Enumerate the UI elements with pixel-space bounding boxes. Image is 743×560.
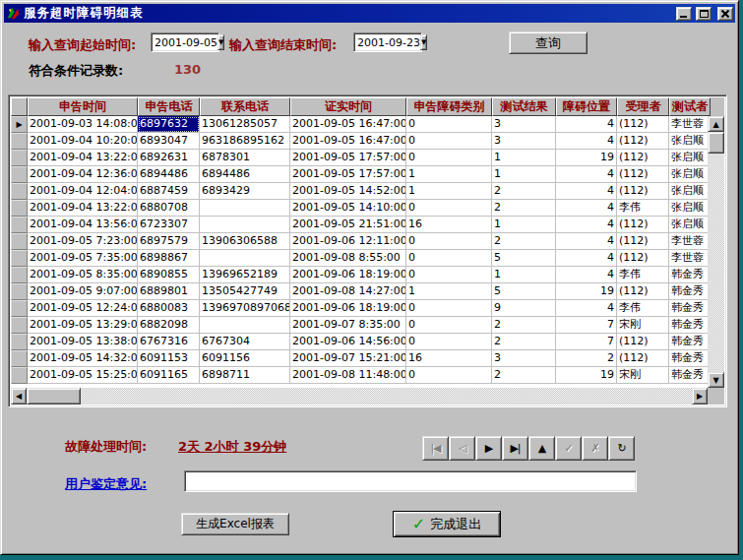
- grid-cell[interactable]: 0: [406, 300, 492, 317]
- grid-cell[interactable]: 李世蓉: [669, 250, 711, 267]
- grid-cell[interactable]: 13906306588: [200, 233, 290, 250]
- row-indicator[interactable]: [11, 317, 28, 334]
- grid-cell[interactable]: 6897632: [138, 116, 200, 133]
- grid-cell[interactable]: 李伟: [617, 300, 669, 317]
- grid-cell[interactable]: 0: [406, 317, 492, 334]
- grid-cell[interactable]: 9: [492, 300, 556, 317]
- grid-cell[interactable]: 1: [492, 217, 556, 233]
- grid-cell[interactable]: 6880708: [138, 200, 200, 217]
- end-date-dropdown-icon[interactable]: ▼: [420, 34, 427, 50]
- grid-cell[interactable]: 2001-09-05 16:47:00: [290, 133, 406, 150]
- grid-cell[interactable]: (112): [617, 250, 669, 267]
- grid-cell[interactable]: 李伟: [617, 267, 669, 283]
- row-indicator[interactable]: [11, 300, 28, 317]
- row-indicator[interactable]: [11, 166, 28, 183]
- grid-cell[interactable]: 宋刚: [617, 317, 669, 334]
- column-header[interactable]: 受理者: [617, 97, 669, 116]
- scroll-left-icon[interactable]: ◀: [11, 388, 27, 404]
- opinion-label[interactable]: 用户鉴定意见:: [65, 475, 147, 493]
- grid-cell[interactable]: (112): [617, 233, 669, 250]
- grid-cell[interactable]: 7: [556, 334, 617, 350]
- grid-cell[interactable]: 6882098: [138, 317, 200, 334]
- grid-cell[interactable]: [200, 317, 290, 334]
- grid-cell[interactable]: 1: [492, 150, 556, 166]
- grid-cell[interactable]: 19: [556, 367, 617, 384]
- grid-cell[interactable]: 0: [406, 200, 492, 217]
- grid-cell[interactable]: 4: [556, 133, 617, 150]
- grid-cell[interactable]: 2: [492, 367, 556, 384]
- grid-cell[interactable]: 2001-09-04 12:36:00: [28, 166, 138, 183]
- grid-cell[interactable]: 0: [406, 250, 492, 267]
- grid-cell[interactable]: 19: [556, 150, 617, 166]
- opinion-input[interactable]: [184, 470, 637, 492]
- horizontal-scrollbar[interactable]: ◀ ▶: [11, 388, 708, 404]
- row-indicator[interactable]: [11, 367, 28, 384]
- row-indicator[interactable]: [11, 334, 28, 350]
- grid-cell[interactable]: (112): [617, 166, 669, 183]
- grid-cell[interactable]: 2001-09-05 17:57:00: [290, 150, 406, 166]
- row-indicator[interactable]: [11, 200, 28, 217]
- grid-cell[interactable]: 韩金秀: [669, 334, 711, 350]
- finish-exit-button[interactable]: ✓ 完成退出: [393, 511, 501, 537]
- row-indicator[interactable]: [11, 217, 28, 233]
- grid-cell[interactable]: 2001-09-06 14:56:00: [290, 334, 406, 350]
- grid-cell[interactable]: 韩金秀: [669, 283, 711, 300]
- grid-cell[interactable]: 李伟: [617, 200, 669, 217]
- grid-cell[interactable]: 2: [492, 200, 556, 217]
- row-indicator[interactable]: [11, 133, 28, 150]
- grid-cell[interactable]: 2001-09-05 15:25:00: [28, 367, 138, 384]
- grid-cell[interactable]: 2001-09-05 7:23:00: [28, 233, 138, 250]
- grid-cell[interactable]: 张启顺: [669, 183, 711, 200]
- last-record-button[interactable]: ▶|: [502, 436, 528, 461]
- grid-cell[interactable]: 2001-09-08 8:55:00: [290, 250, 406, 267]
- grid-cell[interactable]: 6767304: [200, 334, 290, 350]
- grid-cell[interactable]: 16: [406, 350, 492, 367]
- vertical-scrollbar[interactable]: ▲ ▼: [708, 116, 724, 388]
- grid-cell[interactable]: 0: [406, 367, 492, 384]
- grid-cell[interactable]: 6894486: [200, 166, 290, 183]
- grid-cell[interactable]: 2001-09-05 13:29:00: [28, 317, 138, 334]
- end-date-combo[interactable]: 2001-09-23 ▼: [353, 32, 422, 52]
- grid-cell[interactable]: 6894486: [138, 166, 200, 183]
- start-date-combo[interactable]: 2001-09-05 ▼: [151, 32, 219, 52]
- row-indicator[interactable]: [11, 183, 28, 200]
- start-date-dropdown-icon[interactable]: ▼: [217, 34, 224, 50]
- grid-cell[interactable]: 3: [492, 133, 556, 150]
- grid-cell[interactable]: 张启顺: [669, 133, 711, 150]
- grid-cell[interactable]: 2: [492, 233, 556, 250]
- grid-cell[interactable]: 张启顺: [669, 200, 711, 217]
- column-header[interactable]: 证实时间: [290, 97, 406, 116]
- grid-cell[interactable]: [200, 250, 290, 267]
- grid-cell[interactable]: 6091153: [138, 350, 200, 367]
- grid-cell[interactable]: 7: [556, 317, 617, 334]
- grid-cell[interactable]: 6892631: [138, 150, 200, 166]
- grid-cell[interactable]: 2001-09-03 14:08:00: [28, 116, 138, 133]
- grid-cell[interactable]: 13505427749: [200, 283, 290, 300]
- grid-cell[interactable]: 6091165: [138, 367, 200, 384]
- grid-cell[interactable]: 4: [556, 200, 617, 217]
- grid-cell[interactable]: [200, 200, 290, 217]
- grid-cell[interactable]: 2001-09-08 14:27:00: [290, 283, 406, 300]
- grid-cell[interactable]: 2001-09-04 10:20:00: [28, 133, 138, 150]
- scroll-right-icon[interactable]: ▶: [692, 388, 708, 404]
- grid-cell[interactable]: 2001-09-05 13:38:00: [28, 334, 138, 350]
- grid-cell[interactable]: 2001-09-06 18:19:00: [290, 300, 406, 317]
- row-indicator[interactable]: [11, 267, 28, 283]
- grid-cell[interactable]: 1: [406, 166, 492, 183]
- grid-cell[interactable]: 6898711: [200, 367, 290, 384]
- column-header[interactable]: 联系电话: [200, 97, 290, 116]
- scroll-up-icon[interactable]: ▲: [708, 116, 724, 132]
- grid-cell[interactable]: 6898867: [138, 250, 200, 267]
- grid-cell[interactable]: 4: [556, 250, 617, 267]
- grid-cell[interactable]: 2001-09-05 14:32:00: [28, 350, 138, 367]
- grid-cell[interactable]: 2001-09-04 13:56:00: [28, 217, 138, 233]
- grid-cell[interactable]: 2001-09-04 12:04:00: [28, 183, 138, 200]
- grid-cell[interactable]: 1: [492, 166, 556, 183]
- grid-cell[interactable]: 6091156: [200, 350, 290, 367]
- grid-cell[interactable]: 张启顺: [669, 166, 711, 183]
- hscroll-thumb[interactable]: [27, 388, 81, 404]
- row-indicator[interactable]: [11, 250, 28, 267]
- grid-cell[interactable]: 2001-09-05 21:51:00: [290, 217, 406, 233]
- grid-cell[interactable]: 韩金秀: [669, 267, 711, 283]
- close-button[interactable]: [717, 7, 733, 21]
